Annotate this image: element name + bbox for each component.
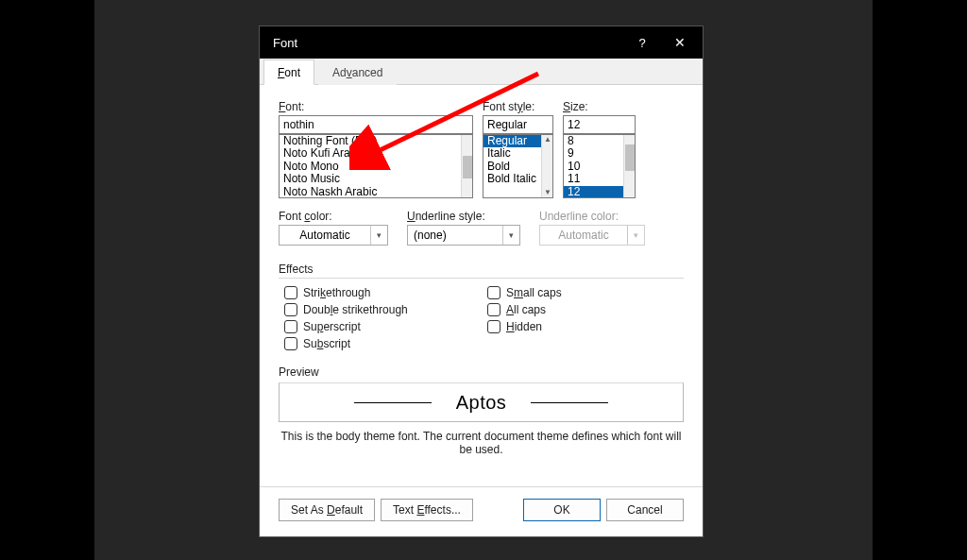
checkbox-double-strikethrough[interactable]: Double strikethrough <box>284 303 482 316</box>
scrollbar[interactable] <box>623 135 635 197</box>
list-item[interactable]: Noto Mono <box>280 161 472 173</box>
tab-font-label: Font <box>278 66 300 79</box>
dialog-body: Font: Nothing Font (5x7) Noto Kufi Arabi… <box>260 85 703 466</box>
help-button[interactable]: ? <box>623 26 661 59</box>
text-effects-button[interactable]: Text Effects... <box>381 499 473 521</box>
tabstrip: Font Advanced <box>260 59 703 85</box>
font-dialog: Font ? ✕ Font Advanced Font: Nothing Fon… <box>260 26 703 536</box>
checkbox-label: Hidden <box>506 320 542 333</box>
font-color-label: Font color: <box>279 210 388 223</box>
help-icon: ? <box>638 36 645 50</box>
checkbox-hidden[interactable]: Hidden <box>487 320 562 333</box>
checkbox-all-caps[interactable]: All caps <box>487 303 562 316</box>
underline-color-label: Underline color: <box>539 210 645 223</box>
tab-advanced[interactable]: Advanced <box>318 59 397 85</box>
button-label: OK <box>553 503 569 517</box>
checkbox-icon <box>284 337 297 350</box>
chevron-down-icon: ▾ <box>502 226 519 245</box>
close-button[interactable]: ✕ <box>661 26 699 59</box>
checkbox-label: All caps <box>506 303 546 316</box>
size-label: Size: <box>563 100 636 113</box>
font-listbox[interactable]: Nothing Font (5x7) Noto Kufi Arabic Noto… <box>279 134 473 198</box>
checkbox-label: Subscript <box>303 337 350 350</box>
font-style-input[interactable] <box>483 115 553 134</box>
chevron-down-icon: ▾ <box>370 226 387 245</box>
checkbox-icon <box>487 320 500 333</box>
preview-sample-text: Aptos <box>456 392 507 414</box>
font-color-combo[interactable]: Automatic ▾ <box>279 225 388 246</box>
cancel-button[interactable]: Cancel <box>606 499 684 521</box>
font-style-label: Font style: <box>483 100 553 113</box>
list-item[interactable]: Noto Kufi Arabic <box>280 147 472 160</box>
chevron-down-icon: ▾ <box>627 226 644 245</box>
dialog-title: Font <box>273 36 623 50</box>
titlebar: Font ? ✕ <box>260 26 703 59</box>
checkbox-strikethrough[interactable]: Strikethrough <box>284 286 482 299</box>
checkbox-icon <box>284 303 297 316</box>
checkbox-icon <box>487 286 500 299</box>
underline-color-combo: Automatic ▾ <box>539 225 645 246</box>
set-as-default-button[interactable]: Set As Default <box>279 499 375 521</box>
preview-note: This is the body theme font. The current… <box>279 430 684 456</box>
button-label: Cancel <box>627 503 662 517</box>
button-label: Set As Default <box>291 503 363 517</box>
checkbox-icon <box>284 320 297 333</box>
preview-rule <box>531 402 608 403</box>
font-color-value: Automatic <box>280 229 370 242</box>
tab-font[interactable]: Font <box>263 59 314 85</box>
underline-style-combo[interactable]: (none) ▾ <box>407 225 520 246</box>
effects-title: Effects <box>279 263 684 276</box>
checkbox-icon <box>487 303 500 316</box>
underline-style-label: Underline style: <box>407 210 520 223</box>
checkbox-icon <box>284 286 297 299</box>
dialog-footer: Set As Default Text Effects... OK Cancel <box>260 486 703 536</box>
button-label: Text Effects... <box>393 503 461 517</box>
close-icon: ✕ <box>674 35 686 50</box>
tab-advanced-label: Advanced <box>332 66 382 79</box>
checkbox-superscript[interactable]: Superscript <box>284 320 482 333</box>
list-item[interactable]: Noto Naskh Arabic <box>280 186 472 198</box>
checkbox-small-caps[interactable]: Small caps <box>487 286 562 299</box>
preview-title: Preview <box>279 365 684 379</box>
checkbox-label: Double strikethrough <box>303 303 408 316</box>
font-input[interactable] <box>279 115 473 134</box>
scrollbar[interactable] <box>461 135 472 197</box>
effects-group: Strikethrough Double strikethrough Super… <box>279 278 684 350</box>
underline-color-value: Automatic <box>540 229 627 242</box>
checkbox-label: Small caps <box>506 286 562 299</box>
size-input[interactable] <box>563 115 636 134</box>
ok-button[interactable]: OK <box>523 499 601 521</box>
scrollbar[interactable]: ▲ ▼ <box>541 135 552 197</box>
checkbox-label: Superscript <box>303 320 361 333</box>
preview-box: Aptos <box>279 382 684 422</box>
font-label: Font: <box>279 100 473 113</box>
preview-rule <box>354 402 432 403</box>
underline-style-value: (none) <box>408 229 502 242</box>
size-listbox[interactable]: 8 9 10 11 12 <box>563 134 636 198</box>
list-item[interactable]: Noto Music <box>280 173 472 185</box>
list-item[interactable]: Nothing Font (5x7) <box>280 135 472 147</box>
checkbox-subscript[interactable]: Subscript <box>284 337 482 350</box>
checkbox-label: Strikethrough <box>303 286 370 299</box>
font-style-listbox[interactable]: Regular Italic Bold Bold Italic ▲ ▼ <box>483 134 553 198</box>
